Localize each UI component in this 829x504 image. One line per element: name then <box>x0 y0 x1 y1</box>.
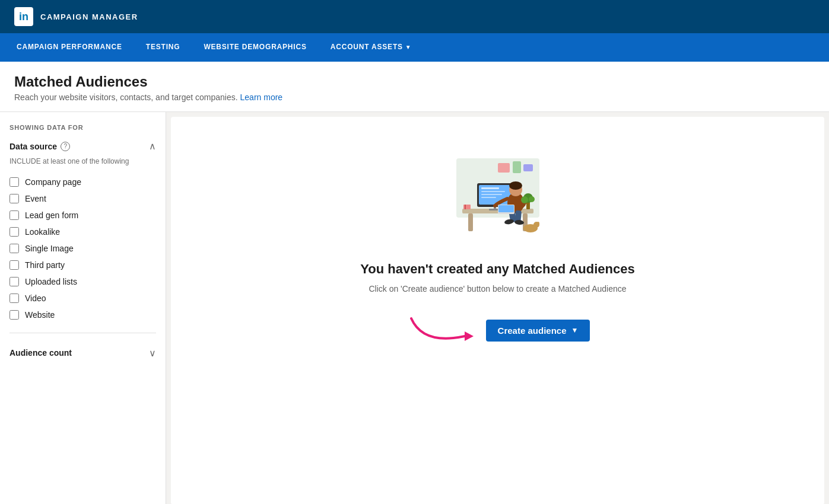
learn-more-link[interactable]: Learn more <box>240 92 283 102</box>
svg-rect-31 <box>513 161 521 173</box>
checkbox-video[interactable]: Video <box>9 290 156 307</box>
checkbox-lead-gen-form[interactable]: Lead gen form <box>9 207 156 224</box>
arrow-area: Create audience ▼ <box>405 312 590 348</box>
data-source-filter-header[interactable]: Data source ? ∧ <box>9 141 156 152</box>
nav-item-account-assets[interactable]: ACCOUNT ASSETS ▼ <box>328 33 414 62</box>
checkbox-lead-gen-form-input[interactable] <box>9 210 19 220</box>
audience-count-section: Audience count ∨ <box>9 343 156 359</box>
data-source-filter-section: Data source ? ∧ INCLUDE at least one of … <box>9 141 156 333</box>
checkbox-website[interactable]: Website <box>9 307 156 323</box>
svg-rect-9 <box>481 191 505 192</box>
checkbox-uploaded-lists[interactable]: Uploaded lists <box>9 273 156 290</box>
main-layout: SHOWING DATA FOR Data source ? ∧ INCLUDE… <box>0 112 829 504</box>
svg-rect-32 <box>523 164 533 171</box>
filter-instruction: INCLUDE at least one of the following <box>9 157 156 167</box>
showing-data-label: SHOWING DATA FOR <box>9 124 156 131</box>
checkbox-third-party-input[interactable] <box>9 260 19 270</box>
brand-title: CAMPAIGN MANAGER <box>40 12 138 21</box>
checkbox-single-image[interactable]: Single Image <box>9 240 156 257</box>
audience-count-label: Audience count <box>9 348 72 358</box>
svg-marker-33 <box>465 331 474 341</box>
help-icon[interactable]: ? <box>61 142 70 151</box>
svg-rect-26 <box>465 205 466 209</box>
checkbox-single-image-label: Single Image <box>25 244 74 253</box>
checkbox-event-label: Event <box>25 194 46 203</box>
audience-count-header[interactable]: Audience count ∨ <box>9 347 156 359</box>
dropdown-arrow-icon: ▼ <box>571 326 579 334</box>
checkbox-single-image-input[interactable] <box>9 244 19 253</box>
nav-item-website-demographics[interactable]: WEBSITE DEMOGRAPHICS <box>201 33 309 62</box>
checkbox-company-page[interactable]: Company page <box>9 174 156 190</box>
collapse-icon[interactable]: ∧ <box>149 141 156 152</box>
svg-rect-8 <box>481 187 499 189</box>
empty-state: You haven't created any Matched Audience… <box>320 141 676 348</box>
page-title: Matched Audiences <box>14 74 815 90</box>
create-audience-button[interactable]: Create audience ▼ <box>486 320 590 342</box>
checkbox-website-input[interactable] <box>9 310 19 320</box>
page-header: Matched Audiences Reach your website vis… <box>0 62 829 112</box>
checkbox-uploaded-lists-label: Uploaded lists <box>25 277 77 286</box>
arrow-svg <box>405 312 477 348</box>
nav-item-testing[interactable]: TESTING <box>144 33 183 62</box>
page-subtitle: Reach your website visitors, contacts, a… <box>14 92 815 102</box>
content-area: You haven't created any Matched Audience… <box>171 117 824 504</box>
svg-rect-10 <box>481 194 502 195</box>
checkbox-lookalike[interactable]: Lookalike <box>9 224 156 240</box>
checkbox-website-label: Website <box>25 310 55 320</box>
checkbox-event[interactable]: Event <box>9 190 156 207</box>
checkbox-uploaded-lists-input[interactable] <box>9 277 19 286</box>
empty-state-subtitle: Click on 'Create audience' button below … <box>369 284 626 294</box>
linkedin-logo: in <box>14 7 33 26</box>
checkbox-lookalike-label: Lookalike <box>25 227 60 237</box>
chevron-down-icon[interactable]: ∨ <box>149 347 156 359</box>
checkbox-video-input[interactable] <box>9 294 19 303</box>
svg-rect-30 <box>498 163 510 173</box>
checkbox-lead-gen-form-label: Lead gen form <box>25 210 78 220</box>
svg-rect-20 <box>498 205 514 212</box>
nav-item-campaign-performance[interactable]: CAMPAIGN PERFORMANCE <box>14 33 125 62</box>
checkbox-company-page-input[interactable] <box>9 177 19 187</box>
empty-state-title: You haven't created any Matched Audience… <box>360 261 634 277</box>
svg-rect-11 <box>481 197 496 198</box>
svg-point-24 <box>529 196 535 202</box>
svg-point-23 <box>521 196 528 203</box>
svg-point-29 <box>537 222 539 225</box>
checkbox-company-page-label: Company page <box>25 177 81 187</box>
checkbox-event-input[interactable] <box>9 194 19 203</box>
nav-bar: CAMPAIGN PERFORMANCE TESTING WEBSITE DEM… <box>0 33 829 62</box>
checkbox-lookalike-input[interactable] <box>9 227 19 237</box>
brand-bar: in CAMPAIGN MANAGER <box>0 0 829 33</box>
svg-rect-2 <box>468 213 473 231</box>
data-source-label: Data source <box>9 142 57 151</box>
illustration <box>439 141 557 247</box>
sidebar: SHOWING DATA FOR Data source ? ∧ INCLUDE… <box>0 112 166 504</box>
checkbox-third-party-label: Third party <box>25 260 65 270</box>
checkbox-third-party[interactable]: Third party <box>9 257 156 273</box>
svg-point-14 <box>509 181 522 190</box>
checkbox-video-label: Video <box>25 294 46 303</box>
chevron-down-icon: ▼ <box>405 44 412 50</box>
svg-rect-25 <box>463 205 471 209</box>
